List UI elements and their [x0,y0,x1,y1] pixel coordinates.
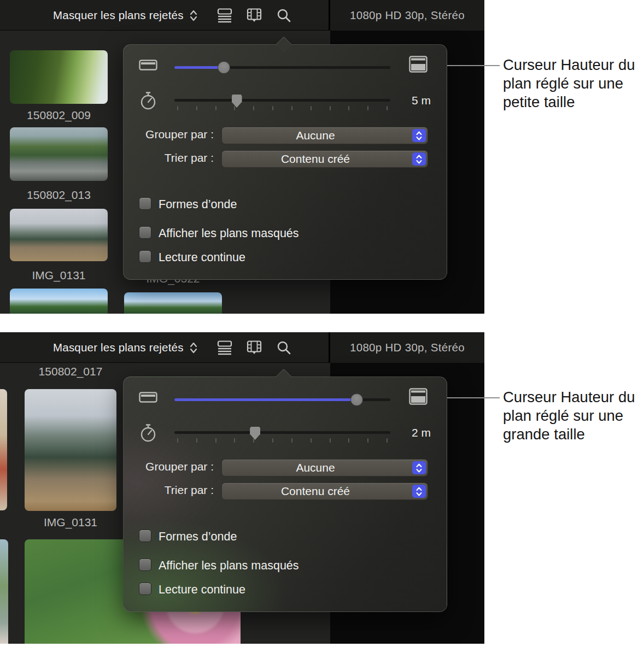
search-icon[interactable] [276,7,292,23]
browser-toolbar: Masquer les plans rejetés 1080p HD 30p, … [0,0,484,31]
browser-section-large: Masquer les plans rejetés 1080p HD 30p, … [0,332,484,644]
duration-ticks [177,438,388,443]
waveforms-checkbox[interactable] [139,530,151,542]
clip-thumbnail[interactable] [124,292,222,314]
clip-label: IMG_0131 [25,516,116,529]
clip-label: IMG_0131 [10,269,108,282]
clip-height-large-icon [409,388,428,407]
clip-height-large-icon [409,56,428,75]
clip-thumbnail[interactable] [10,209,108,261]
duration-value: 2 m [397,426,431,439]
filmstrip-view-icon[interactable] [246,7,262,23]
duration-value: 5 m [397,94,431,107]
clip-height-slider-thumb[interactable] [350,393,363,406]
clip-thumbnail[interactable] [25,389,116,511]
continuous-playback-checkbox[interactable] [139,250,151,263]
page: Masquer les plans rejetés 1080p HD 30p, … [0,0,644,647]
sort-by-select[interactable]: Contenu créé [221,150,428,168]
clip-height-slider-fill [174,66,224,69]
waveforms-label: Formes d’onde [159,530,237,544]
callout-connector [447,397,500,398]
toolbar-right: 1080p HD 30p, Stéréo [330,332,484,363]
clip-label: 150802_009 [10,109,108,122]
group-by-select[interactable]: Aucune [221,459,428,477]
project-format-label: 1080p HD 30p, Stéréo [350,341,465,354]
browser-section-small: Masquer les plans rejetés 1080p HD 30p, … [0,0,484,314]
toolbar-divider [329,332,330,362]
duration-slider[interactable] [174,431,390,434]
group-by-label: Grouper par : [126,128,214,141]
stepper-icon [412,461,426,474]
toolbar-divider [329,0,330,30]
filmstrip-view-icon[interactable] [246,339,262,356]
sort-by-value: Contenu créé [222,483,409,499]
sort-by-label: Trier par : [126,484,214,497]
sort-by-select[interactable]: Contenu créé [221,483,428,500]
waveforms-checkbox[interactable] [139,197,151,210]
duration-ticks [177,106,388,110]
list-view-icon[interactable] [216,339,233,356]
clip-height-slider[interactable] [174,398,390,401]
clip-thumbnail[interactable] [10,289,108,314]
clip-thumbnail[interactable] [0,389,7,510]
browser-toolbar: Masquer les plans rejetés 1080p HD 30p, … [0,332,484,363]
popover-arrow [275,368,292,385]
stopwatch-icon [139,91,158,113]
clip-label: 150802_013 [10,189,108,202]
show-hidden-clips-checkbox[interactable] [139,558,151,571]
continuous-playback-label: Lecture continue [159,251,245,264]
stepper-icon [412,485,426,498]
filter-menu[interactable]: Masquer les plans rejetés [53,9,184,22]
list-view-icon[interactable] [216,7,233,23]
stepper-icon [412,152,426,166]
clip-appearance-popover: 2 m Grouper par : Aucune Trier par : Con… [123,377,447,612]
clip-height-small-icon [139,392,157,405]
search-icon[interactable] [276,339,292,356]
toolbar-left: Masquer les plans rejetés [0,0,329,31]
callout-connector [447,65,500,66]
clip-label: 150802_017 [25,365,116,378]
clip-appearance-popover: 5 m Grouper par : Aucune Trier par : Con… [123,44,447,280]
sort-by-label: Trier par : [126,151,214,164]
project-format-label: 1080p HD 30p, Stéréo [350,9,465,22]
group-by-label: Grouper par : [126,460,214,473]
show-hidden-clips-checkbox[interactable] [139,226,151,239]
group-by-select[interactable]: Aucune [221,127,428,144]
clip-thumbnail[interactable] [10,50,108,104]
toolbar-right: 1080p HD 30p, Stéréo [330,0,484,31]
continuous-playback-checkbox[interactable] [139,583,151,595]
clip-thumbnail[interactable] [0,539,8,644]
stepper-icon [412,129,426,142]
clip-height-slider-fill [174,398,357,401]
clip-height-slider-thumb[interactable] [218,61,230,74]
show-hidden-clips-label: Afficher les plans masqués [159,227,299,240]
duration-slider[interactable] [174,99,390,102]
sort-by-value: Contenu créé [222,151,409,167]
chevron-updown-icon[interactable] [189,10,198,21]
stopwatch-icon [139,424,158,445]
group-by-value: Aucune [222,127,409,144]
continuous-playback-label: Lecture continue [159,583,245,597]
clip-height-slider[interactable] [174,66,390,69]
clip-height-small-icon [139,60,157,73]
clip-thumbnail[interactable] [10,127,108,181]
callout-large-height: Curseur Hauteur du plan réglé sur une gr… [503,388,644,444]
waveforms-label: Formes d’onde [159,198,237,211]
filter-menu[interactable]: Masquer les plans rejetés [53,341,184,354]
chevron-updown-icon[interactable] [189,342,198,354]
callout-small-height: Curseur Hauteur du plan réglé sur une pe… [503,56,644,111]
group-by-value: Aucune [222,460,409,476]
popover-arrow [275,36,292,53]
toolbar-left: Masquer les plans rejetés [0,332,329,363]
show-hidden-clips-label: Afficher les plans masqués [159,559,299,573]
